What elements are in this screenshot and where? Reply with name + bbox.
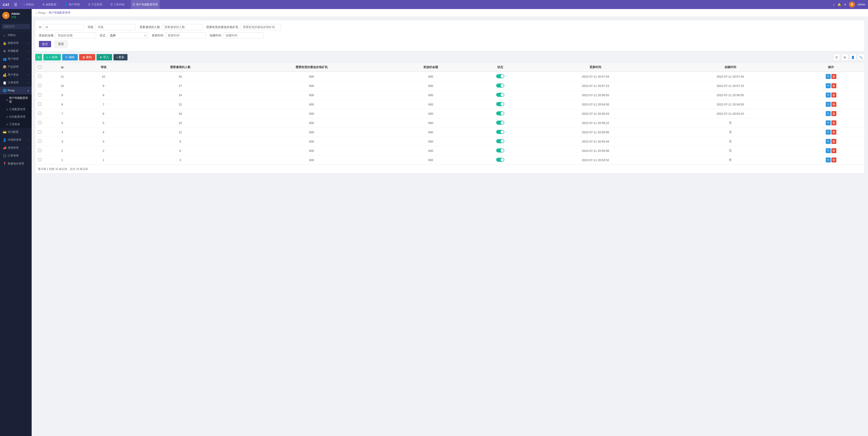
- row-checkbox-cell: [35, 155, 44, 165]
- row-reward: 600: [389, 155, 472, 165]
- sidebar-item-agent-mgmt[interactable]: 👤 代理商管理 ›: [0, 136, 32, 144]
- edit-row-button-6[interactable]: ✎: [826, 129, 831, 135]
- table-search-button[interactable]: 🔍: [858, 54, 864, 61]
- row-checkbox-0[interactable]: [38, 75, 41, 78]
- row-checkbox-2[interactable]: [38, 93, 41, 96]
- row-checkbox-4[interactable]: [38, 112, 41, 115]
- edit-row-button-7[interactable]: ✎: [826, 139, 831, 144]
- row-status: [472, 72, 528, 81]
- nav-item-vip-config[interactable]: ☰ 用户等级配置管理: [131, 0, 160, 9]
- delete-button[interactable]: 🗑 删除: [79, 54, 95, 60]
- nav-item-products[interactable]: ☰ 产品管理: [86, 0, 104, 9]
- nav-item-orders[interactable]: ☰ 订单列表: [108, 0, 126, 9]
- id-input[interactable]: [43, 24, 84, 30]
- row-checkbox-3[interactable]: [38, 103, 41, 106]
- sidebar-item-permissions[interactable]: 🔒 权限管理 ›: [0, 39, 32, 47]
- reset-button[interactable]: 重置: [55, 41, 67, 48]
- columns-button[interactable]: 👤: [849, 54, 856, 61]
- sidebar-item-salary-send[interactable]: 工资发放: [0, 121, 32, 128]
- hamburger-icon[interactable]: ☰: [14, 2, 17, 7]
- submenu-dot-icon-2: [6, 109, 8, 110]
- more-button[interactable]: • 更多: [114, 54, 128, 60]
- edit-button[interactable]: ✎ 编辑: [62, 54, 78, 60]
- edit-row-button-9[interactable]: ✎: [826, 157, 831, 163]
- edit-row-button-5[interactable]: ✎: [826, 120, 831, 125]
- status-toggle-7[interactable]: [496, 139, 504, 143]
- edit-row-button-4[interactable]: ✎: [826, 111, 831, 116]
- view-list-button[interactable]: ☰: [833, 54, 840, 61]
- edit-row-button-0[interactable]: ✎: [826, 74, 831, 79]
- select-all-checkbox[interactable]: [38, 65, 41, 68]
- submit-button[interactable]: 提交: [39, 41, 51, 47]
- status-toggle-5[interactable]: [496, 121, 504, 125]
- notification-icon[interactable]: 🔔: [837, 3, 841, 6]
- create-time-input[interactable]: [223, 32, 264, 38]
- update-time-input[interactable]: [165, 32, 206, 38]
- row-update-time: 2022-07-11 20:56:33: [528, 109, 663, 118]
- row-reward: 600: [389, 146, 472, 155]
- edit-row-button-2[interactable]: ✎: [826, 92, 831, 97]
- home-icon[interactable]: ⌂: [833, 3, 835, 6]
- nav-item-params[interactable]: ⚙ 参数配置: [40, 0, 58, 9]
- delete-row-button-3[interactable]: 🗑: [831, 102, 836, 107]
- status-toggle-6[interactable]: [496, 130, 504, 134]
- level-input[interactable]: [95, 24, 136, 30]
- sidebar-item-vip-config-mgmt[interactable]: 用户等级配置管理: [0, 94, 32, 106]
- status-toggle-9[interactable]: [496, 158, 504, 162]
- status-select[interactable]: 选择 启用 禁用: [107, 32, 148, 38]
- status-toggle-3[interactable]: [496, 102, 504, 106]
- row-checkbox-9[interactable]: [38, 158, 41, 161]
- row-checkbox-6[interactable]: [38, 130, 41, 134]
- row-checkbox-8[interactable]: [38, 149, 41, 152]
- delete-row-button-8[interactable]: 🗑: [831, 148, 836, 153]
- status-toggle-2[interactable]: [496, 93, 504, 97]
- sidebar-item-exchange-mgmt[interactable]: 💱 汇率管理: [0, 152, 32, 160]
- row-status: [472, 155, 528, 165]
- delete-row-button-5[interactable]: 🗑: [831, 120, 836, 125]
- view-grid-button[interactable]: ⊞: [841, 54, 848, 61]
- search-input[interactable]: [2, 24, 30, 29]
- delete-row-button-4[interactable]: 🗑: [831, 111, 836, 116]
- row-checkbox-5[interactable]: [38, 121, 41, 124]
- delete-row-button-0[interactable]: 🗑: [831, 74, 836, 79]
- refresh-button[interactable]: ↻: [35, 54, 42, 61]
- nav-item-users[interactable]: 👤 用户管理: [63, 0, 82, 9]
- status-toggle-0[interactable]: [496, 74, 504, 78]
- col-update-time: 更新时间: [528, 63, 663, 72]
- status-toggle-8[interactable]: [496, 148, 504, 152]
- sidebar-item-product-mgmt[interactable]: 📦 产品管理: [0, 63, 32, 71]
- delete-row-button-9[interactable]: 🗑: [831, 157, 836, 163]
- sidebar-item-user-funds[interactable]: 💰 用户资金 ›: [0, 71, 32, 79]
- edit-row-button-8[interactable]: ✎: [826, 148, 831, 153]
- close-icon[interactable]: ✕: [844, 3, 846, 6]
- min-miner-input[interactable]: [240, 24, 281, 30]
- row-checkbox-7[interactable]: [38, 140, 41, 143]
- sidebar-item-order-mgmt[interactable]: 📋 订单管理 ›: [0, 79, 32, 87]
- sidebar-item-customer-addr[interactable]: 📍 客服地址管理: [0, 160, 32, 168]
- sidebar-item-dashboard[interactable]: ⌂ 控制台: [0, 31, 32, 39]
- sidebar-item-distribution[interactable]: 分红配置管理: [0, 113, 32, 121]
- sidebar-item-proxy[interactable]: 🌐 Proxy ∨: [0, 87, 32, 94]
- sidebar-item-payment-config[interactable]: 💳 支付配置: [0, 128, 32, 136]
- delete-row-button-6[interactable]: 🗑: [831, 129, 836, 135]
- nav-item-dashboard[interactable]: ⌂ 控制台: [22, 0, 36, 9]
- row-status: [472, 137, 528, 146]
- status-toggle-4[interactable]: [496, 111, 504, 115]
- sidebar-item-user-mgmt[interactable]: 👥 用户管理 ›: [0, 55, 32, 63]
- delete-row-button-1[interactable]: 🗑: [831, 83, 836, 88]
- delete-row-button-7[interactable]: 🗑: [831, 139, 836, 144]
- status-toggle-1[interactable]: [496, 84, 504, 88]
- sidebar-item-common-config[interactable]: ⚙ 常规配置 ›: [0, 47, 32, 55]
- add-button[interactable]: + + 添加: [43, 54, 61, 60]
- delete-row-button-2[interactable]: 🗑: [831, 92, 836, 97]
- edit-row-button-1[interactable]: ✎: [826, 83, 831, 88]
- row-checkbox-1[interactable]: [38, 84, 41, 87]
- row-level: 3: [80, 137, 127, 146]
- import-button[interactable]: ⬇ 导入: [96, 54, 112, 60]
- edit-row-button-3[interactable]: ✎: [826, 102, 831, 107]
- required-people-input[interactable]: [162, 24, 203, 30]
- sidebar-item-marketing[interactable]: 📣 营销管理 ›: [0, 144, 32, 152]
- customer-addr-icon: 📍: [3, 162, 6, 166]
- sidebar-item-salary-config[interactable]: 工资配置管理: [0, 106, 32, 113]
- reward-input[interactable]: [55, 32, 96, 38]
